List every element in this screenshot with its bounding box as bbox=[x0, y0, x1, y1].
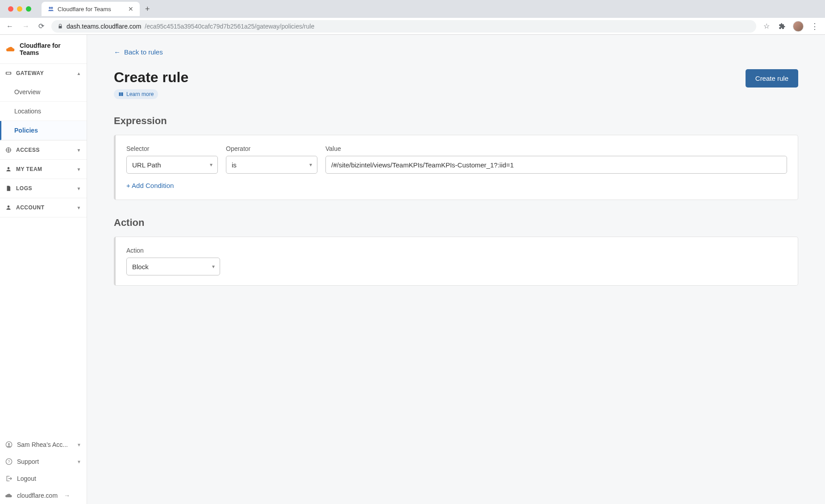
add-condition-button[interactable]: + Add Condition bbox=[126, 182, 174, 189]
action-card: Action Block bbox=[114, 237, 798, 286]
svg-point-9 bbox=[8, 443, 10, 445]
chevron-down-icon: ▼ bbox=[77, 186, 81, 191]
nav-label: MY TEAM bbox=[16, 166, 42, 172]
footer-logout-label: Logout bbox=[17, 475, 36, 482]
tab-bar: Cloudflare for Teams ✕ + bbox=[0, 0, 825, 18]
profile-avatar[interactable] bbox=[793, 21, 804, 32]
window-controls bbox=[4, 6, 35, 12]
forward-button[interactable]: → bbox=[21, 21, 31, 32]
browser-chrome: Cloudflare for Teams ✕ + ← → ⟳ dash.team… bbox=[0, 0, 825, 35]
address-bar-row: ← → ⟳ dash.teams.cloudflare.com/eca95c45… bbox=[0, 18, 825, 35]
nav-label: ACCOUNT bbox=[16, 204, 45, 211]
tab-close-icon[interactable]: ✕ bbox=[128, 5, 133, 12]
nav-header-logs[interactable]: LOGS ▼ bbox=[0, 179, 87, 198]
footer-cloudflare-link[interactable]: cloudflare.com → bbox=[0, 487, 87, 504]
sidebar-item-locations[interactable]: Locations bbox=[0, 102, 87, 121]
svg-point-0 bbox=[49, 7, 51, 9]
logo-text: Cloudflare for Teams bbox=[20, 42, 80, 56]
action-label: Action bbox=[126, 247, 220, 254]
action-field: Action Block bbox=[126, 247, 220, 275]
team-icon bbox=[5, 166, 12, 172]
sidebar-item-overview[interactable]: Overview bbox=[0, 83, 87, 102]
action-select[interactable]: Block bbox=[126, 258, 220, 275]
browser-tab[interactable]: Cloudflare for Teams ✕ bbox=[42, 2, 140, 16]
learn-more-button[interactable]: Learn more bbox=[114, 89, 158, 99]
tab-favicon-icon bbox=[48, 6, 54, 12]
browser-menu-icon[interactable]: ⋮ bbox=[809, 21, 821, 31]
nav-header-access[interactable]: ACCESS ▼ bbox=[0, 141, 87, 159]
nav-header-account[interactable]: ACCOUNT ▼ bbox=[0, 198, 87, 217]
footer-support[interactable]: ? Support ▼ bbox=[0, 453, 87, 470]
account-icon bbox=[5, 204, 12, 211]
value-label: Value bbox=[325, 145, 787, 152]
selector-select[interactable]: URL Path bbox=[126, 156, 218, 174]
learn-more-label: Learn more bbox=[126, 91, 154, 97]
nav-header-gateway[interactable]: GATEWAY ▲ bbox=[0, 64, 87, 83]
svg-point-1 bbox=[51, 7, 53, 9]
footer-support-label: Support bbox=[17, 458, 39, 465]
gateway-icon bbox=[5, 70, 12, 76]
cloudflare-logo-icon bbox=[6, 46, 15, 52]
sidebar-item-policies[interactable]: Policies bbox=[0, 121, 87, 140]
extensions-icon[interactable] bbox=[777, 21, 788, 32]
chevron-down-icon: ▼ bbox=[77, 148, 81, 153]
footer-cloudflare-label: cloudflare.com bbox=[17, 492, 58, 499]
nav-label: GATEWAY bbox=[16, 70, 44, 76]
cloud-icon bbox=[5, 493, 12, 498]
back-button[interactable]: ← bbox=[4, 21, 15, 32]
lock-icon bbox=[58, 24, 63, 29]
url-path: /eca95c4515a39540cafc79d7b2561a25/gatewa… bbox=[145, 23, 314, 30]
expression-section-title: Expression bbox=[114, 115, 798, 127]
page-title: Create rule bbox=[114, 69, 188, 86]
back-to-rules-link[interactable]: ← Back to rules bbox=[114, 48, 163, 56]
chevron-up-icon: ▲ bbox=[77, 71, 81, 76]
nav-label: ACCESS bbox=[16, 147, 40, 153]
operator-field: Operator is bbox=[226, 145, 317, 174]
chevron-down-icon: ▼ bbox=[77, 459, 81, 464]
nav-section-logs: LOGS ▼ bbox=[0, 179, 87, 198]
value-field: Value bbox=[325, 145, 787, 174]
url-host: dash.teams.cloudflare.com bbox=[67, 23, 141, 30]
nav-section-access: ACCESS ▼ bbox=[0, 141, 87, 160]
new-tab-button[interactable]: + bbox=[140, 4, 155, 14]
back-link-label: Back to rules bbox=[124, 48, 163, 56]
chevron-down-icon: ▼ bbox=[77, 205, 81, 210]
nav-section-account: ACCOUNT ▼ bbox=[0, 198, 87, 217]
chevron-down-icon: ▼ bbox=[77, 167, 81, 172]
page-header: Create rule Learn more Create rule bbox=[114, 69, 798, 99]
operator-select[interactable]: is bbox=[226, 156, 317, 174]
logo[interactable]: Cloudflare for Teams bbox=[0, 35, 87, 64]
nav-header-myteam[interactable]: MY TEAM ▼ bbox=[0, 160, 87, 179]
create-rule-button[interactable]: Create rule bbox=[746, 69, 798, 87]
logout-icon bbox=[5, 475, 12, 482]
svg-point-7 bbox=[8, 205, 10, 208]
footer-account-switcher[interactable]: Sam Rhea's Acc... ▼ bbox=[0, 436, 87, 453]
tab-title: Cloudflare for Teams bbox=[58, 6, 111, 12]
access-icon bbox=[5, 147, 12, 153]
bookmark-star-icon[interactable]: ☆ bbox=[762, 20, 771, 32]
arrow-left-icon: ← bbox=[114, 48, 121, 56]
reload-button[interactable]: ⟳ bbox=[37, 20, 46, 32]
sidebar: Cloudflare for Teams GATEWAY ▲ Overview … bbox=[0, 35, 87, 504]
nav-label: LOGS bbox=[16, 185, 32, 192]
logs-icon bbox=[5, 185, 12, 192]
user-circle-icon bbox=[5, 441, 12, 448]
close-window-button[interactable] bbox=[8, 6, 13, 12]
maximize-window-button[interactable] bbox=[26, 6, 31, 12]
nav-section-gateway: GATEWAY ▲ Overview Locations Policies bbox=[0, 64, 87, 141]
chevron-down-icon: ▼ bbox=[77, 442, 81, 447]
help-icon: ? bbox=[5, 458, 12, 465]
action-section-title: Action bbox=[114, 217, 798, 229]
selector-label: Selector bbox=[126, 145, 218, 152]
footer-logout[interactable]: Logout bbox=[0, 470, 87, 487]
arrow-right-icon: → bbox=[64, 492, 70, 499]
selector-field: Selector URL Path bbox=[126, 145, 218, 174]
address-bar[interactable]: dash.teams.cloudflare.com/eca95c4515a395… bbox=[51, 20, 756, 33]
minimize-window-button[interactable] bbox=[17, 6, 22, 12]
operator-label: Operator bbox=[226, 145, 317, 152]
value-input[interactable] bbox=[325, 156, 787, 174]
app: Cloudflare for Teams GATEWAY ▲ Overview … bbox=[0, 35, 825, 504]
expression-card: Selector URL Path Operator is bbox=[114, 135, 798, 200]
main-content: ← Back to rules Create rule Learn more C… bbox=[87, 35, 825, 504]
nav-section-myteam: MY TEAM ▼ bbox=[0, 160, 87, 179]
